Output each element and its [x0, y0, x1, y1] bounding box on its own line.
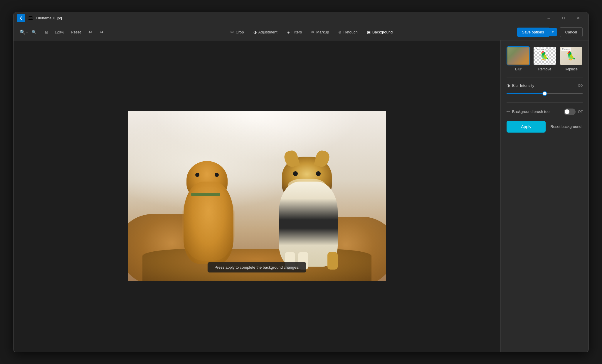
blur-intensity-icon: ◑ — [507, 83, 510, 88]
redo-button[interactable]: ↪ — [97, 27, 106, 37]
brush-tool-label: Background brush tool — [512, 109, 550, 114]
replace-mode-card[interactable]: Preview 🦜 Replace — [559, 46, 583, 71]
action-buttons: Apply Reset background — [507, 121, 583, 133]
blur-slider-thumb[interactable] — [542, 91, 547, 96]
filters-icon: ◈ — [287, 30, 290, 34]
toggle-knob — [565, 109, 569, 114]
blur-thumbnail — [507, 46, 530, 65]
blur-intensity-label: Blur Intensity — [512, 83, 534, 88]
zoom-value: 120% — [53, 30, 66, 34]
save-options-button[interactable]: Save options — [517, 28, 549, 37]
markup-tool-button[interactable]: ✏ Markup — [307, 28, 333, 37]
markup-icon: ✏ — [311, 30, 315, 34]
apply-button[interactable]: Apply — [507, 121, 546, 133]
brush-toggle-group: Off — [564, 109, 583, 115]
crop-tool-button[interactable]: ✂ Crop — [226, 28, 248, 37]
file-icon: 🖼 — [28, 16, 33, 21]
mode-cards: Blur Preview 🦜 Remove — [507, 46, 583, 71]
main-content: Press apply to complete the background c… — [14, 40, 588, 352]
parrot-preview-icon: 🦜 — [534, 47, 556, 65]
undo-button[interactable]: ↩ — [85, 27, 95, 37]
brush-toggle[interactable] — [564, 109, 576, 115]
toolbar-left: 🔍+ 🔍− ⊡ 120% Reset ↩ ↪ — [19, 27, 106, 37]
dog-left — [175, 161, 242, 264]
image-container: Press apply to complete the background c… — [128, 111, 386, 281]
zoom-in-button[interactable]: 🔍+ — [19, 27, 29, 37]
replace-thumbnail: Preview 🦜 — [559, 46, 583, 65]
reset-button[interactable]: Reset — [68, 28, 84, 36]
retouch-tool-button[interactable]: ⊕ Retouch — [334, 28, 361, 37]
brush-toggle-state: Off — [578, 110, 583, 114]
blur-intensity-header: ◑ Blur Intensity 50 — [507, 83, 583, 88]
panel-divider-1 — [507, 77, 583, 77]
panel-divider-2 — [507, 102, 583, 103]
parrot-replace-icon: 🦜 — [566, 51, 576, 61]
replace-mode-label: Replace — [565, 67, 578, 71]
close-button[interactable]: ✕ — [571, 14, 585, 23]
filters-tool-button[interactable]: ◈ Filters — [283, 28, 306, 37]
remove-mode-label: Remove — [538, 67, 551, 71]
save-button-group: Save options ▾ — [517, 28, 556, 37]
aspect-button[interactable]: ⊡ — [42, 27, 51, 37]
adjustment-icon: ◑ — [253, 30, 257, 34]
crop-icon: ✂ — [231, 30, 234, 34]
app-window: 🖼 Filename01.jpg ─ □ ✕ 🔍+ 🔍− ⊡ 120% Rese… — [13, 12, 589, 352]
right-panel: Blur Preview 🦜 Remove — [500, 40, 588, 352]
blur-mode-card[interactable]: Blur — [507, 46, 530, 71]
save-dropdown-button[interactable]: ▾ — [549, 28, 557, 36]
retouch-icon: ⊕ — [338, 30, 342, 34]
background-tool-button[interactable]: ▣ Background — [363, 28, 397, 37]
status-message: Press apply to complete the background c… — [215, 265, 299, 270]
blur-slider-fill — [507, 93, 545, 94]
remove-mode-card[interactable]: Preview 🦜 Remove — [533, 46, 556, 71]
window-title: Filename01.jpg — [36, 16, 542, 20]
window-controls: ─ □ ✕ — [542, 14, 585, 23]
brush-icon: ✏ — [507, 109, 510, 114]
reset-background-button[interactable]: Reset background — [549, 122, 583, 131]
blur-intensity-section: ◑ Blur Intensity 50 — [507, 83, 583, 96]
blur-mode-label: Blur — [515, 67, 521, 71]
back-button[interactable] — [17, 14, 25, 22]
toolbar-right: Save options ▾ Cancel — [517, 27, 583, 37]
adjustment-tool-button[interactable]: ◑ Adjustment — [249, 28, 282, 37]
blur-intensity-value: 50 — [579, 83, 583, 88]
blur-slider-container — [507, 91, 583, 96]
brush-tool-label-group: ✏ Background brush tool — [507, 109, 550, 114]
preview-label-replace: Preview — [561, 48, 571, 51]
cancel-button[interactable]: Cancel — [560, 27, 583, 37]
status-bar: Press apply to complete the background c… — [208, 262, 306, 272]
remove-thumbnail: Preview 🦜 — [533, 46, 556, 65]
zoom-out-button[interactable]: 🔍− — [31, 27, 40, 37]
title-bar: 🖼 Filename01.jpg ─ □ ✕ — [14, 12, 588, 24]
main-image — [128, 111, 386, 281]
blur-intensity-label-group: ◑ Blur Intensity — [507, 83, 534, 88]
toolbar-center: ✂ Crop ◑ Adjustment ◈ Filters ✏ Markup ⊕… — [106, 28, 517, 37]
background-icon: ▣ — [367, 30, 371, 34]
brush-tool-section: ✏ Background brush tool Off — [507, 109, 583, 115]
canvas-area: Press apply to complete the background c… — [14, 40, 500, 352]
dog-right — [275, 155, 348, 267]
minimize-button[interactable]: ─ — [542, 14, 556, 23]
maximize-button[interactable]: □ — [557, 14, 570, 23]
toolbar: 🔍+ 🔍− ⊡ 120% Reset ↩ ↪ ✂ Crop ◑ Adjustme… — [14, 24, 588, 40]
